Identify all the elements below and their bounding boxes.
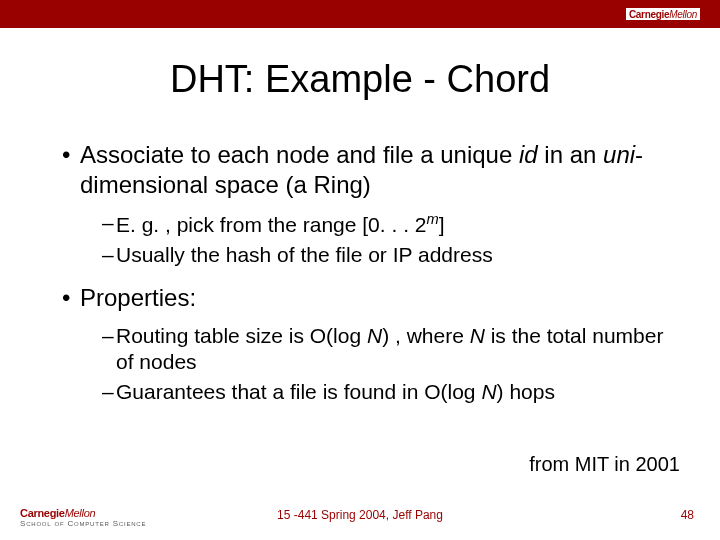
slide: CarnegieMellon DHT: Example - Chord Asso… <box>0 0 720 540</box>
bullet-1: Associate to each node and file a unique… <box>62 140 670 200</box>
header-logo: CarnegieMellon <box>626 4 700 24</box>
bullet-2: Properties: <box>62 283 670 313</box>
b1s1-post: ] <box>439 213 445 236</box>
bullet-1-text-pre: Associate to each node and file a unique <box>80 141 519 168</box>
bullet-1-sub-1: E. g. , pick from the range [0. . . 2m] <box>102 210 670 238</box>
b2s1-N2: N <box>470 324 485 347</box>
footer-center-text: 15 -441 Spring 2004, Jeff Pang <box>0 508 720 522</box>
b2s2-pre: Guarantees that a file is found in O(log <box>116 380 481 403</box>
slide-title: DHT: Example - Chord <box>0 58 720 101</box>
bullet-1-uni: uni <box>603 141 635 168</box>
slide-number: 48 <box>681 508 694 522</box>
b2s1-N1: N <box>367 324 382 347</box>
bullet-1-text-mid: in an <box>538 141 603 168</box>
bullet-1-sub-2: Usually the hash of the file or IP addre… <box>102 242 670 268</box>
b2s2-N: N <box>481 380 496 403</box>
b1s1-exp: m <box>426 211 438 227</box>
header-wordmark-sub: Mellon <box>669 9 697 20</box>
b2s2-post: ) hops <box>497 380 555 403</box>
bullet-2-sub-1: Routing table size is O(log N) , where N… <box>102 323 670 376</box>
b1s1-pre: E. g. , pick from the range [0. . . 2 <box>116 213 426 236</box>
header-bar <box>0 0 720 28</box>
bullet-1-sublist: E. g. , pick from the range [0. . . 2m] … <box>62 210 670 269</box>
b2s1-mid: ) , where <box>382 324 470 347</box>
slide-body: Associate to each node and file a unique… <box>62 140 670 419</box>
bullet-2-sublist: Routing table size is O(log N) , where N… <box>62 323 670 406</box>
b2s1-pre: Routing table size is O(log <box>116 324 367 347</box>
bullet-2-sub-2: Guarantees that a file is found in O(log… <box>102 379 670 405</box>
bullet-1-id: id <box>519 141 538 168</box>
attribution-text: from MIT in 2001 <box>529 453 680 476</box>
header-wordmark-main: Carnegie <box>629 9 669 20</box>
